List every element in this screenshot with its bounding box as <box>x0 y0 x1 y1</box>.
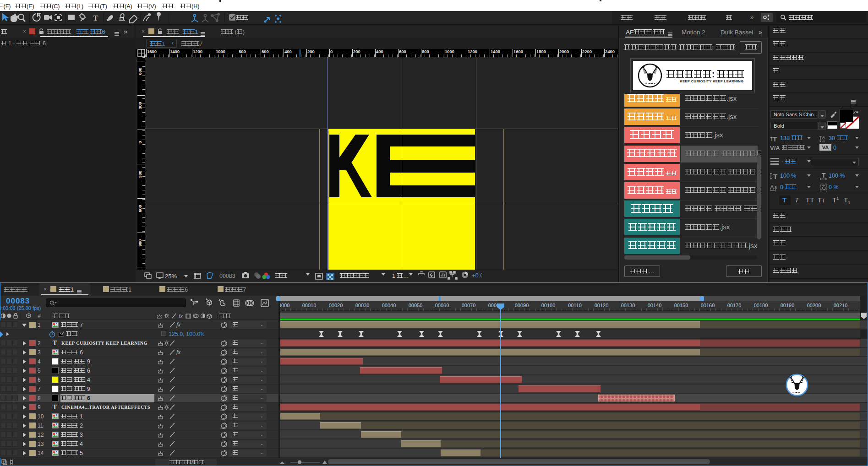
svg-text:T: T <box>93 14 98 22</box>
svg-text:#: # <box>38 313 41 319</box>
svg-text:T: T <box>773 135 777 143</box>
svg-text:fx: fx <box>179 313 183 320</box>
svg-text:T: T <box>822 172 826 179</box>
svg-text:T: T <box>773 173 777 180</box>
svg-text:A: A <box>770 184 774 191</box>
svg-text:a: a <box>775 185 777 190</box>
svg-text:+0.0: +0.0 <box>472 272 482 279</box>
svg-text:A: A <box>822 139 825 143</box>
svg-text:00083: 00083 <box>219 273 235 279</box>
svg-text:25%: 25% <box>165 273 177 280</box>
